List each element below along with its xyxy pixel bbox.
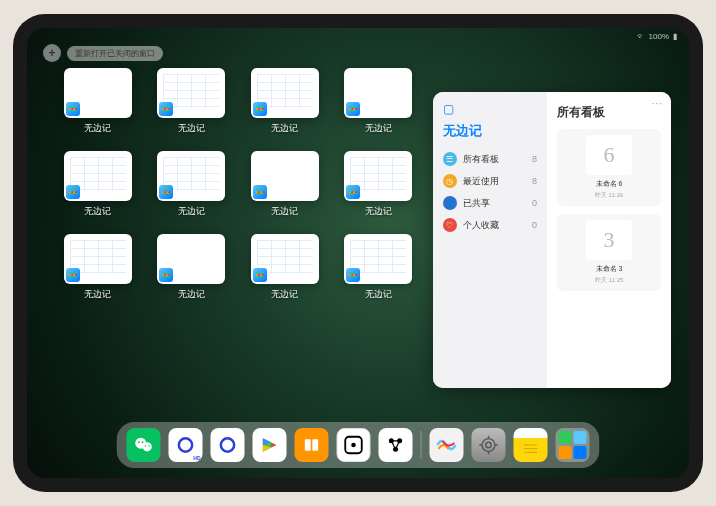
top-controls: + 重新打开已关闭的窗口 [43,44,163,62]
dock-dice[interactable] [337,428,371,462]
ipad-frame: ᯤ 100% ▮ + 重新打开已关闭的窗口 无边记无边记无边记无边记无边记无边记… [13,14,703,492]
thumb-preview [344,234,412,284]
panel-left: ▢ 无边记 ☰所有看板8◷最近使用8👤已共享0♡个人收藏0 [433,92,547,388]
svg-rect-8 [305,439,311,451]
screen: ᯤ 100% ▮ + 重新打开已关闭的窗口 无边记无边记无边记无边记无边记无边记… [27,28,689,478]
thumb-label: 无边记 [271,122,298,135]
board-timestamp: 昨天 11:26 [595,191,624,200]
category-count: 0 [532,220,537,230]
dock-separator [421,431,422,459]
thumb-label: 无边记 [365,122,392,135]
category-icon: ◷ [443,174,457,188]
window-thumb[interactable]: 无边记 [341,234,414,301]
category-item[interactable]: ☰所有看板8 [443,148,537,170]
freeform-icon [253,185,267,199]
board-name: 未命名 6 [596,179,623,189]
thumb-preview [64,151,132,201]
freeform-icon [253,102,267,116]
freeform-icon [66,102,80,116]
dock-books[interactable] [295,428,329,462]
battery-label: 100% [649,32,669,41]
svg-point-5 [148,445,149,446]
thumb-preview [64,234,132,284]
window-thumb[interactable]: 无边记 [154,151,227,218]
category-item[interactable]: 👤已共享0 [443,192,537,214]
thumb-preview [157,234,225,284]
freeform-icon [159,185,173,199]
thumb-label: 无边记 [365,205,392,218]
content-area: 无边记无边记无边记无边记无边记无边记无边记无边记无边记无边记无边记无边记 ···… [61,68,671,418]
thumb-label: 无边记 [178,205,205,218]
category-count: 8 [532,154,537,164]
board-thumbnail: 6 [586,135,632,175]
dock-freeform[interactable] [430,428,464,462]
dock-quark-hd[interactable]: HD [169,428,203,462]
more-icon[interactable]: ··· [652,98,663,109]
svg-rect-9 [312,439,318,451]
category-count: 8 [532,176,537,186]
category-label: 个人收藏 [463,219,499,232]
window-thumb[interactable]: 无边记 [248,234,321,301]
dock-play[interactable] [253,428,287,462]
thumb-label: 无边记 [84,205,111,218]
thumb-label: 无边记 [84,122,111,135]
board-name: 未命名 3 [596,264,623,274]
sidebar-icon[interactable]: ▢ [443,102,454,116]
dock-settings[interactable] [472,428,506,462]
category-label: 所有看板 [463,153,499,166]
board-card[interactable]: 3未命名 3昨天 11:25 [557,214,661,291]
window-thumb[interactable]: 无边记 [248,151,321,218]
thumb-preview [157,151,225,201]
category-count: 0 [532,198,537,208]
status-bar: ᯤ 100% ▮ [637,32,677,41]
window-thumb[interactable]: 无边记 [61,68,134,135]
category-icon: ☰ [443,152,457,166]
freeform-icon [159,268,173,282]
thumb-label: 无边记 [271,288,298,301]
category-icon: 👤 [443,196,457,210]
window-thumb[interactable]: 无边记 [341,151,414,218]
freeform-panel[interactable]: ··· ▢ 无边记 ☰所有看板8◷最近使用8👤已共享0♡个人收藏0 所有看板 6… [433,92,671,388]
thumb-preview [157,68,225,118]
freeform-icon [66,185,80,199]
window-thumb[interactable]: 无边记 [154,68,227,135]
thumb-label: 无边记 [365,288,392,301]
thumb-label: 无边记 [178,122,205,135]
window-thumb[interactable]: 无边记 [248,68,321,135]
svg-point-7 [221,438,234,451]
freeform-icon [346,185,360,199]
window-thumb[interactable]: 无边记 [61,151,134,218]
dock-app-group[interactable] [556,428,590,462]
window-thumb[interactable]: 无边记 [154,234,227,301]
panel-right: 所有看板 6未命名 6昨天 11:263未命名 3昨天 11:25 [547,92,671,388]
svg-point-1 [143,442,152,451]
thumb-preview [251,234,319,284]
dock-notes[interactable] [514,428,548,462]
boards-title: 所有看板 [557,104,661,121]
dock-wechat[interactable] [127,428,161,462]
category-label: 已共享 [463,197,490,210]
thumb-preview [344,151,412,201]
freeform-icon [66,268,80,282]
dock-quark[interactable] [211,428,245,462]
svg-point-4 [145,445,146,446]
category-icon: ♡ [443,218,457,232]
thumb-preview [251,151,319,201]
dock-connect[interactable] [379,428,413,462]
window-thumb[interactable]: 无边记 [341,68,414,135]
reopen-closed-window-button[interactable]: 重新打开已关闭的窗口 [67,46,163,61]
dock: HD [117,422,600,468]
board-card[interactable]: 6未命名 6昨天 11:26 [557,129,661,206]
category-label: 最近使用 [463,175,499,188]
svg-point-18 [482,439,495,452]
thumb-preview [251,68,319,118]
thumb-label: 无边记 [271,205,298,218]
window-thumb[interactable]: 无边记 [61,234,134,301]
category-item[interactable]: ♡个人收藏0 [443,214,537,236]
panel-title: 无边记 [443,122,537,140]
add-button[interactable]: + [43,44,61,62]
category-item[interactable]: ◷最近使用8 [443,170,537,192]
freeform-icon [346,268,360,282]
svg-point-2 [138,441,140,443]
thumb-preview [344,68,412,118]
